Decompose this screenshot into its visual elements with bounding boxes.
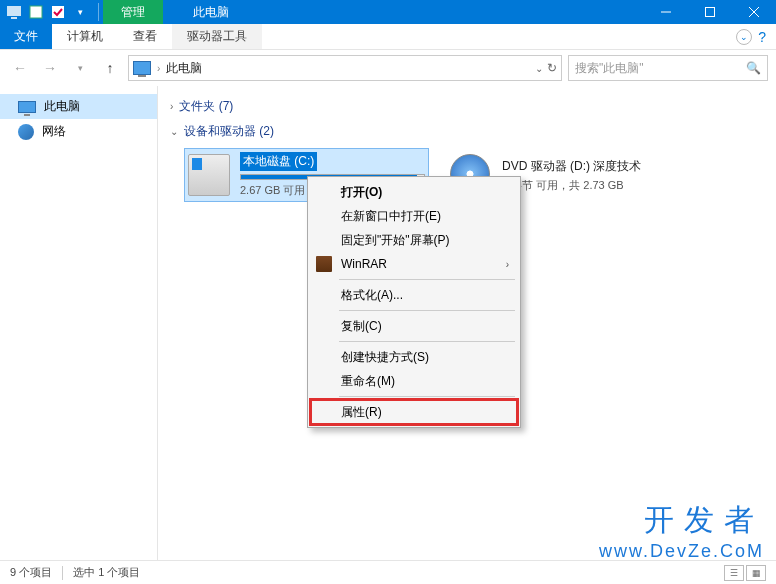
menu-separator xyxy=(339,310,515,311)
sidebar-item-network[interactable]: 网络 xyxy=(0,119,157,144)
pc-icon xyxy=(18,101,36,113)
menu-create-shortcut[interactable]: 创建快捷方式(S) xyxy=(311,345,517,369)
drive-name: 本地磁盘 (C:) xyxy=(240,152,317,171)
menu-copy[interactable]: 复制(C) xyxy=(311,314,517,338)
svg-rect-3 xyxy=(52,6,64,18)
network-icon xyxy=(18,124,34,140)
status-bar: 9 个项目 选中 1 个项目 ☰ ▦ xyxy=(0,560,776,584)
menu-open[interactable]: 打开(O) xyxy=(311,180,517,204)
title-bar: ▾ 管理 此电脑 xyxy=(0,0,776,24)
svg-rect-2 xyxy=(30,6,42,18)
qat-item[interactable] xyxy=(48,2,68,22)
context-menu: 打开(O) 在新窗口中打开(E) 固定到"开始"屏幕(P) WinRAR› 格式… xyxy=(307,176,521,428)
group-folders[interactable]: › 文件夹 (7) xyxy=(170,98,764,115)
navigation-pane: 此电脑 网络 xyxy=(0,86,158,560)
drive-name: DVD 驱动器 (D:) 深度技术 xyxy=(502,158,689,175)
close-button[interactable] xyxy=(732,0,776,24)
tab-view[interactable]: 查看 xyxy=(118,24,172,49)
selection-count: 选中 1 个项目 xyxy=(73,565,140,580)
sidebar-item-this-pc[interactable]: 此电脑 xyxy=(0,94,157,119)
view-tiles-icon[interactable]: ▦ xyxy=(746,565,766,581)
quick-access-toolbar: ▾ xyxy=(0,0,94,24)
forward-button[interactable]: → xyxy=(38,56,62,80)
breadcrumb-separator-icon[interactable]: › xyxy=(157,63,160,74)
svg-rect-0 xyxy=(7,6,21,16)
menu-separator xyxy=(339,279,515,280)
address-dropdown-icon[interactable]: ⌄ xyxy=(535,63,543,74)
recent-dropdown-icon[interactable]: ▾ xyxy=(68,56,92,80)
refresh-icon[interactable]: ↻ xyxy=(547,61,557,75)
sidebar-item-label: 网络 xyxy=(42,123,66,140)
app-icon[interactable] xyxy=(4,2,24,22)
pc-icon xyxy=(133,61,151,75)
up-button[interactable]: ↑ xyxy=(98,56,122,80)
file-tab[interactable]: 文件 xyxy=(0,24,52,49)
search-placeholder: 搜索"此电脑" xyxy=(575,60,644,77)
search-input[interactable]: 搜索"此电脑" 🔍 xyxy=(568,55,768,81)
winrar-icon xyxy=(316,256,332,272)
search-icon[interactable]: 🔍 xyxy=(746,61,761,75)
svg-rect-5 xyxy=(706,8,715,17)
minimize-button[interactable] xyxy=(644,0,688,24)
qat-item[interactable] xyxy=(26,2,46,22)
menu-properties[interactable]: 属性(R) xyxy=(311,400,517,424)
view-details-icon[interactable]: ☰ xyxy=(724,565,744,581)
chevron-down-icon: ⌄ xyxy=(170,126,178,137)
menu-rename[interactable]: 重命名(M) xyxy=(311,369,517,393)
chevron-right-icon: › xyxy=(170,101,173,112)
menu-winrar[interactable]: WinRAR› xyxy=(311,252,517,276)
qat-dropdown[interactable]: ▾ xyxy=(70,2,90,22)
hdd-icon xyxy=(188,154,230,196)
submenu-arrow-icon: › xyxy=(506,259,509,270)
ribbon-expand-icon[interactable]: ⌄ xyxy=(736,29,752,45)
item-count: 9 个项目 xyxy=(10,565,52,580)
menu-pin-to-start[interactable]: 固定到"开始"屏幕(P) xyxy=(311,228,517,252)
sidebar-item-label: 此电脑 xyxy=(44,98,80,115)
tab-computer[interactable]: 计算机 xyxy=(52,24,118,49)
breadcrumb[interactable]: 此电脑 xyxy=(166,60,202,77)
group-drives[interactable]: ⌄ 设备和驱动器 (2) xyxy=(170,123,764,140)
help-icon[interactable]: ? xyxy=(758,29,766,45)
ribbon-tabs: 文件 计算机 查看 驱动器工具 ⌄ ? xyxy=(0,24,776,50)
menu-format[interactable]: 格式化(A)... xyxy=(311,283,517,307)
window-title: 此电脑 xyxy=(163,4,259,21)
menu-separator xyxy=(339,396,515,397)
address-bar[interactable]: › 此电脑 ⌄ ↻ xyxy=(128,55,562,81)
drive-status: 0 字节 可用，共 2.73 GB xyxy=(502,178,689,193)
svg-rect-1 xyxy=(11,17,17,19)
maximize-button[interactable] xyxy=(688,0,732,24)
back-button[interactable]: ← xyxy=(8,56,32,80)
navigation-bar: ← → ▾ ↑ › 此电脑 ⌄ ↻ 搜索"此电脑" 🔍 xyxy=(0,50,776,86)
contextual-tab-header: 管理 xyxy=(103,0,163,24)
menu-separator xyxy=(339,341,515,342)
menu-open-new-window[interactable]: 在新窗口中打开(E) xyxy=(311,204,517,228)
tab-drive-tools[interactable]: 驱动器工具 xyxy=(172,24,262,49)
